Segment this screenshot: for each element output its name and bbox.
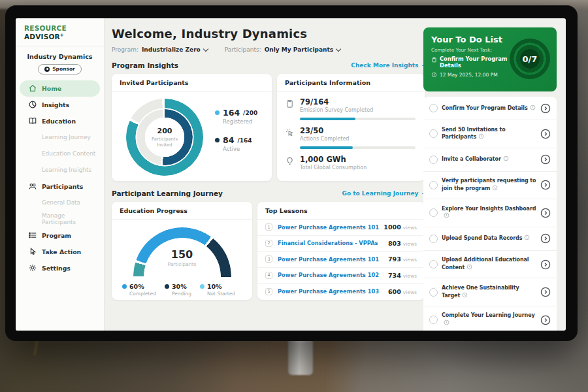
program-filter-dropdown[interactable]: Program: Industrialize Zero xyxy=(112,46,208,53)
book-icon xyxy=(28,116,37,125)
participants-information-card: Participants Information 79/164 Emission… xyxy=(277,74,425,181)
task-row[interactable]: Explore Your Insights Dashboard xyxy=(423,199,557,227)
sidebar-item-learning-journey[interactable]: Learning Journey xyxy=(20,129,100,146)
legend-dot xyxy=(122,284,127,289)
sidebar-item-label: Take Action xyxy=(42,248,81,255)
task-row[interactable]: Confirm Your Program Details xyxy=(423,97,557,120)
todo-next-task[interactable]: Confirm Your Program Details xyxy=(431,56,515,69)
task-checkbox[interactable] xyxy=(429,316,438,324)
sidebar-item-education-content[interactable]: Education Content xyxy=(20,146,100,162)
lesson-views: 793views xyxy=(388,255,417,263)
lesson-row: 2 Financial Considerations - VPPAs 803vi… xyxy=(257,236,425,252)
app-logo: RESOURCE ADVISOR+ xyxy=(16,18,104,46)
task-chevron-button[interactable] xyxy=(540,259,551,270)
task-chevron-button[interactable] xyxy=(540,208,551,218)
sidebar-item-program[interactable]: Program xyxy=(20,227,100,244)
task-chevron-button[interactable] xyxy=(540,129,551,139)
lesson-title-link[interactable]: Power Purchase Agreements 102 xyxy=(278,272,388,278)
lesson-title-link[interactable]: Power Purchase Agreements 101 xyxy=(278,224,384,231)
task-label: Invite a Collaborator xyxy=(442,155,536,163)
section-title-learning-journey: Participant Learning Journey xyxy=(112,189,223,197)
sidebar-item-label: Learning Journey xyxy=(42,134,91,140)
page-title: Welcome, Industry Dynamics xyxy=(112,27,427,41)
sidebar-item-insights[interactable]: Insights xyxy=(20,97,100,113)
todo-progress-counter: 0/7 xyxy=(510,39,550,79)
task-checkbox[interactable] xyxy=(429,155,438,164)
task-checkbox[interactable] xyxy=(429,260,438,269)
sidebar: RESOURCE ADVISOR+ Industry Dynamics Spon… xyxy=(16,18,105,331)
task-checkbox[interactable] xyxy=(429,208,438,217)
info-icon xyxy=(530,105,536,110)
go-to-learning-journey-link[interactable]: Go to Learning Journey→ xyxy=(342,190,427,197)
lesson-title-link[interactable]: Power Purchase Agreements 103 xyxy=(278,288,388,295)
task-chevron-button[interactable] xyxy=(540,154,551,165)
sidebar-item-education[interactable]: Education xyxy=(20,113,100,129)
home-icon xyxy=(28,84,37,93)
check-more-insights-link[interactable]: Check More Insights→ xyxy=(351,62,427,69)
info-icon xyxy=(444,212,449,218)
program-filter-label: Program: xyxy=(112,46,139,53)
legend-dot xyxy=(165,284,169,289)
gauge-center-label: Participants xyxy=(133,261,231,267)
task-chevron-button[interactable] xyxy=(540,287,551,297)
task-checkbox[interactable] xyxy=(429,104,438,112)
legend-item-pending: 30% Pending xyxy=(165,283,191,297)
task-chevron-button[interactable] xyxy=(540,315,551,325)
sidebar-item-label: Manage Participants xyxy=(42,212,100,225)
filters-row: Program: Industrialize Zero Participants… xyxy=(112,46,427,53)
todo-list-card: Your To Do List Complete Your Next Task:… xyxy=(423,27,557,91)
task-chevron-button[interactable] xyxy=(540,180,551,190)
task-label: Send 50 Invitations to Participants xyxy=(442,127,536,142)
info-icon xyxy=(503,155,509,161)
legend-dot xyxy=(215,110,220,115)
task-row[interactable]: Upload Spend Data Records xyxy=(423,227,557,251)
sidebar-item-settings[interactable]: Settings xyxy=(20,260,100,276)
sidebar-item-manage-participants[interactable]: Manage Participants xyxy=(20,211,100,227)
sidebar-item-home[interactable]: Home xyxy=(20,80,100,97)
legend-item-completed: 60% Completed xyxy=(122,283,156,297)
sidebar-item-participants[interactable]: Participants xyxy=(20,178,100,195)
survey-icon xyxy=(285,99,295,108)
monitor-bezel: RESOURCE ADVISOR+ Industry Dynamics Spon… xyxy=(5,5,578,341)
task-chevron-button[interactable] xyxy=(540,233,551,244)
education-gauge-chart: 150 Participants xyxy=(133,227,231,277)
sidebar-item-label: Home xyxy=(42,85,61,92)
task-row[interactable]: Complete Your Learning Journey xyxy=(423,306,557,331)
lesson-row: 4 Power Purchase Agreements 102 734views xyxy=(257,268,425,284)
sponsor-badge[interactable]: Sponsor xyxy=(38,64,82,74)
lesson-rank: 1 xyxy=(265,223,272,231)
info-icon xyxy=(524,235,530,240)
task-checkbox[interactable] xyxy=(429,235,438,243)
task-checkbox[interactable] xyxy=(429,181,438,189)
sidebar-nav: Home Insights Education Learning Journey… xyxy=(16,80,104,276)
task-row[interactable]: Invite a Collaborator xyxy=(423,148,557,172)
task-label: Verify participants requesting to join t… xyxy=(442,178,536,193)
list-icon xyxy=(28,231,37,240)
task-row[interactable]: Verify participants requesting to join t… xyxy=(423,172,557,200)
sidebar-item-learning-insights[interactable]: Learning Insights xyxy=(20,162,100,178)
participants-filter-dropdown[interactable]: Participants: Only My Participants xyxy=(225,46,340,53)
legend-dot xyxy=(200,284,204,289)
chevron-down-icon xyxy=(336,46,341,51)
sidebar-item-general-data[interactable]: General Data xyxy=(20,195,100,211)
task-row[interactable]: Upload Additional Educational Content xyxy=(423,251,557,279)
sidebar-item-take-action[interactable]: Take Action xyxy=(20,244,100,260)
lesson-title-link[interactable]: Power Purchase Agreements 101 xyxy=(278,256,388,263)
info-icon xyxy=(462,292,468,298)
task-row[interactable]: Achieve One Sustainability Target xyxy=(423,278,557,306)
lesson-row: 5 Power Purchase Agreements 103 600views xyxy=(257,284,425,300)
task-checkbox[interactable] xyxy=(429,129,438,138)
clipboard-icon xyxy=(431,57,437,63)
lesson-title-link[interactable]: Financial Considerations - VPPAs xyxy=(278,240,388,246)
lesson-row: 1 Power Purchase Agreements 101 1000view… xyxy=(257,220,425,236)
chevron-down-icon xyxy=(203,46,208,51)
info-icon xyxy=(444,319,449,325)
task-label: Upload Additional Educational Content xyxy=(442,257,536,272)
task-chevron-button[interactable] xyxy=(540,103,551,114)
dashboard-screen: RESOURCE ADVISOR+ Industry Dynamics Spon… xyxy=(16,18,566,331)
task-row[interactable]: Send 50 Invitations to Participants xyxy=(423,120,557,148)
logo-primary: RESOURCE xyxy=(24,24,67,32)
sidebar-item-label: Education Content xyxy=(42,150,95,157)
task-label: Achieve One Sustainability Target xyxy=(442,285,536,300)
task-checkbox[interactable] xyxy=(429,288,438,297)
